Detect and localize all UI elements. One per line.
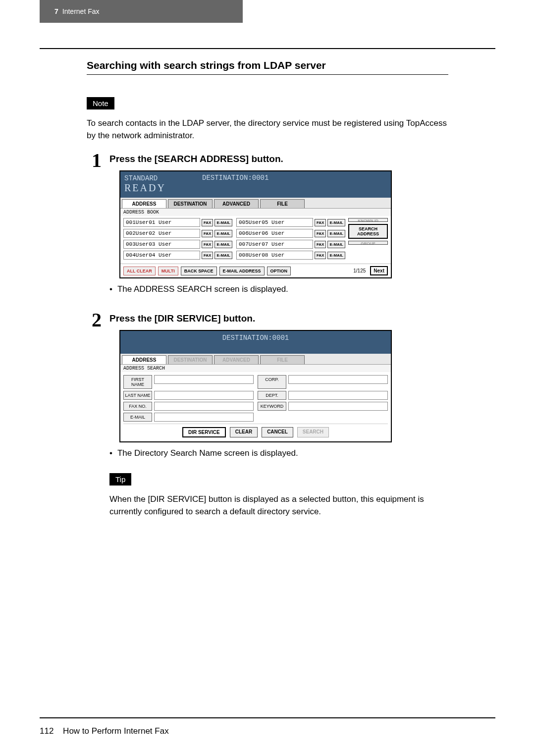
fax-btn[interactable]: FAX — [315, 252, 326, 259]
fax-btn[interactable]: FAX — [315, 241, 326, 248]
fax-no-input[interactable] — [154, 402, 254, 411]
first-name-label[interactable]: FIRST NAME — [123, 375, 152, 389]
fax-btn[interactable]: FAX — [315, 219, 326, 226]
step-1-bullet: • The ADDRESS SEARCH screen is displayed… — [109, 284, 448, 294]
tab-advanced[interactable]: ADVANCED — [214, 199, 259, 208]
keyword-label[interactable]: KEYWORD — [258, 402, 286, 411]
screen1-top: STANDARD DESTINATION:0001 READY — [120, 171, 391, 198]
group-button[interactable]: GROUP — [348, 241, 388, 245]
address-book-screen: STANDARD DESTINATION:0001 READY ADDRESS … — [119, 170, 392, 278]
screen1-ready: READY — [124, 182, 387, 194]
tip-text: When the [DIR SERVICE] button is display… — [109, 493, 448, 518]
email-btn[interactable]: E-MAIL — [327, 241, 345, 248]
step-2-title: Press the [DIR SERVICE] button. — [109, 310, 448, 324]
addr-name-8[interactable]: 008User08 User — [236, 251, 313, 260]
addr-name-7[interactable]: 007User07 User — [236, 240, 313, 249]
dir-service-button[interactable]: DIR SERVICE — [182, 427, 226, 437]
fax-btn[interactable]: FAX — [202, 252, 214, 259]
corp-label[interactable]: CORP. — [258, 375, 286, 389]
screen2-tabs: ADDRESS DESTINATION ADVANCED FILE — [120, 354, 391, 365]
bullet-icon: • — [109, 448, 112, 458]
email-btn[interactable]: E-MAIL — [214, 230, 232, 237]
email-label[interactable]: E-MAIL — [123, 413, 152, 422]
email-btn[interactable]: E-MAIL — [327, 219, 345, 226]
email-btn[interactable]: E-MAIL — [327, 252, 345, 259]
last-name-input[interactable] — [154, 391, 254, 400]
step-1-title: Press the [SEARCH ADDRESS] button. — [109, 151, 448, 164]
bottom-rule — [40, 717, 495, 718]
cancel-button[interactable]: CANCEL — [262, 427, 293, 437]
screen1-bottom-bar: ALL CLEAR MULTI BACK SPACE E-MAIL ADDRES… — [120, 264, 391, 277]
fax-btn[interactable]: FAX — [315, 230, 326, 237]
top-rule — [40, 48, 495, 49]
step-2-bullet: • The Directory Search Name screen is di… — [109, 448, 448, 458]
step-1-bullet-text: The ADDRESS SEARCH screen is displayed. — [117, 284, 288, 294]
screen2-top: DESTINATION:0001 — [120, 331, 391, 354]
last-name-label[interactable]: LAST NAME — [123, 391, 152, 400]
page-number: 112 — [40, 726, 54, 736]
multi-button[interactable]: MULTI — [158, 267, 178, 275]
addr-name-2[interactable]: 002User02 User — [123, 229, 200, 238]
next-button[interactable]: Next — [370, 266, 388, 275]
fax-btn[interactable]: FAX — [202, 230, 214, 237]
fax-btn[interactable]: FAX — [202, 219, 214, 226]
backspace-button[interactable]: BACK SPACE — [181, 267, 217, 275]
email-btn[interactable]: E-MAIL — [214, 241, 232, 248]
screen2-subhead: ADDRESS SEARCH — [120, 365, 391, 372]
addr-name-5[interactable]: 005User05 User — [236, 218, 313, 227]
dept-input[interactable] — [288, 391, 388, 400]
first-name-input[interactable] — [154, 375, 254, 384]
search-address-button[interactable]: SEARCH ADDRESS — [348, 224, 388, 239]
keyword-input[interactable] — [288, 402, 388, 411]
corp-input[interactable] — [288, 375, 388, 384]
page-footer: 112 How to Perform Internet Fax — [40, 726, 169, 736]
note-badge: Note — [87, 97, 114, 109]
clear-button[interactable]: CLEAR — [230, 427, 258, 437]
chapter-header: 7 Internet Fax — [40, 0, 243, 23]
screen1-subhead: ADDRESS BOOK — [120, 209, 391, 216]
screen2-destination: DESTINATION:0001 — [124, 334, 387, 342]
step-2-number: 2 — [87, 310, 107, 330]
tab-address[interactable]: ADDRESS — [122, 199, 166, 208]
addr-row-2: 002User02 User FAX E-MAIL — [123, 229, 232, 238]
fax-no-label[interactable]: FAX NO. — [123, 402, 152, 411]
tab-file[interactable]: FILE — [260, 199, 305, 208]
tab-advanced-2[interactable]: ADVANCED — [214, 355, 259, 364]
address-search-screen: DESTINATION:0001 ADDRESS DESTINATION ADV… — [119, 330, 392, 442]
tab-file-2[interactable]: FILE — [260, 355, 305, 364]
known-id-button[interactable]: KNOWN ID — [348, 218, 388, 222]
email-btn[interactable]: E-MAIL — [214, 252, 232, 259]
all-clear-button[interactable]: ALL CLEAR — [123, 267, 156, 275]
page-count: 1/125 — [353, 268, 366, 273]
addr-name-4[interactable]: 004User04 User — [123, 251, 200, 260]
dept-label[interactable]: DEPT. — [258, 391, 286, 400]
screen1-tabs: ADDRESS DESTINATION ADVANCED FILE — [120, 198, 391, 209]
tip-badge: Tip — [109, 473, 131, 486]
addr-row-7: 007User07 User FAX E-MAIL — [236, 240, 345, 249]
step-2: 2 Press the [DIR SERVICE] button. DESTIN… — [87, 310, 448, 527]
tab-destination-2[interactable]: DESTINATION — [168, 355, 213, 364]
note-text: To search contacts in the LDAP server, t… — [87, 117, 448, 142]
step-2-bullet-text: The Directory Search Name screen is disp… — [117, 448, 298, 458]
option-button[interactable]: OPTION — [267, 267, 291, 275]
addr-row-3: 003User03 User FAX E-MAIL — [123, 240, 232, 249]
fax-btn[interactable]: FAX — [202, 241, 214, 248]
addr-row-5: 005User05 User FAX E-MAIL — [236, 218, 345, 227]
addr-name-3[interactable]: 003User03 User — [123, 240, 200, 249]
bullet-icon: • — [109, 284, 112, 294]
tab-destination[interactable]: DESTINATION — [168, 199, 213, 208]
email-btn[interactable]: E-MAIL — [327, 230, 345, 237]
search-button[interactable]: SEARCH — [297, 427, 329, 437]
addr-name-6[interactable]: 006User06 User — [236, 229, 313, 238]
email-btn[interactable]: E-MAIL — [214, 219, 232, 226]
addr-right-col: 005User05 User FAX E-MAIL 006User06 User… — [236, 218, 345, 262]
email-input[interactable] — [154, 413, 254, 422]
screen1-side-buttons: KNOWN ID SEARCH ADDRESS GROUP — [348, 218, 388, 262]
email-address-button[interactable]: E-MAIL ADDRESS — [219, 267, 265, 275]
addr-name-1[interactable]: 001User01 User — [123, 218, 200, 227]
footer-text: How to Perform Internet Fax — [63, 726, 169, 736]
addr-row-6: 006User06 User FAX E-MAIL — [236, 229, 345, 238]
step-1-number: 1 — [87, 151, 107, 170]
addr-row-1: 001User01 User FAX E-MAIL — [123, 218, 232, 227]
tab-address-2[interactable]: ADDRESS — [122, 355, 166, 364]
